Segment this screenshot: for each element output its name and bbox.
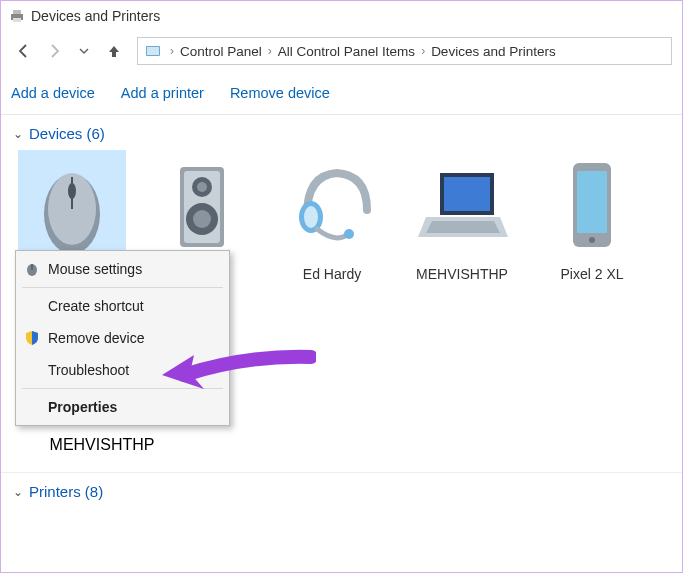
speaker-icon [152, 150, 252, 260]
titlebar: Devices and Printers [1, 1, 682, 31]
menu-create-shortcut[interactable]: Create shortcut [18, 290, 227, 322]
menu-troubleshoot[interactable]: Troubleshoot [18, 354, 227, 386]
device-item-laptop[interactable]: MEHVISHTHP [407, 150, 517, 282]
device-item-headset[interactable]: Ed Hardy [277, 150, 387, 282]
printer-label: MEHVISHTHP [50, 436, 155, 454]
control-panel-icon [144, 42, 162, 60]
chevron-down-icon: ⌄ [13, 485, 23, 499]
shield-icon [24, 330, 40, 346]
nav-row: › Control Panel › All Control Panel Item… [1, 31, 682, 71]
section-label: Devices [29, 125, 82, 142]
headset-icon [282, 150, 382, 260]
section-count: (8) [85, 483, 103, 500]
add-printer-link[interactable]: Add a printer [121, 85, 204, 101]
chevron-right-icon: › [421, 44, 425, 58]
laptop-icon [412, 150, 512, 260]
menu-remove-device[interactable]: Remove device [18, 322, 227, 354]
section-label: Printers [29, 483, 81, 500]
breadcrumb-item[interactable]: Control Panel [180, 44, 262, 59]
svg-point-19 [589, 237, 595, 243]
mouse-icon [24, 261, 40, 277]
devices-section-header[interactable]: ⌄ Devices (6) [1, 115, 682, 150]
device-label: MEHVISHTHP [416, 266, 508, 282]
menu-label: Properties [48, 399, 117, 415]
breadcrumb-item[interactable]: Devices and Printers [431, 44, 556, 59]
breadcrumb[interactable]: › Control Panel › All Control Panel Item… [137, 37, 672, 65]
svg-point-15 [304, 206, 318, 228]
svg-rect-18 [577, 171, 607, 233]
command-bar: Add a device Add a printer Remove device [1, 71, 682, 115]
printer-icon [9, 8, 25, 24]
section-count: (6) [87, 125, 105, 142]
svg-rect-1 [13, 10, 21, 14]
window-title: Devices and Printers [31, 8, 160, 24]
menu-label: Mouse settings [48, 261, 142, 277]
up-button[interactable] [101, 38, 127, 64]
remove-device-link[interactable]: Remove device [230, 85, 330, 101]
menu-label: Remove device [48, 330, 145, 346]
svg-rect-4 [147, 47, 159, 55]
context-menu: Mouse settings Create shortcut Remove de… [15, 250, 230, 426]
svg-point-7 [68, 183, 76, 199]
back-button[interactable] [11, 38, 37, 64]
menu-label: Create shortcut [48, 298, 144, 314]
breadcrumb-item[interactable]: All Control Panel Items [278, 44, 415, 59]
menu-separator [22, 287, 223, 288]
device-label: Pixel 2 XL [560, 266, 623, 282]
chevron-down-icon: ⌄ [13, 127, 23, 141]
device-label: Ed Hardy [303, 266, 361, 282]
chevron-right-icon: › [170, 44, 174, 58]
svg-rect-2 [13, 18, 21, 22]
menu-separator [22, 388, 223, 389]
device-item-phone[interactable]: Pixel 2 XL [537, 150, 647, 282]
svg-point-13 [193, 210, 211, 228]
menu-label: Troubleshoot [48, 362, 129, 378]
svg-point-11 [197, 182, 207, 192]
forward-button[interactable] [41, 38, 67, 64]
chevron-right-icon: › [268, 44, 272, 58]
mouse-icon [22, 154, 122, 264]
menu-properties[interactable]: Properties [18, 391, 227, 423]
add-device-link[interactable]: Add a device [11, 85, 95, 101]
svg-point-16 [344, 229, 354, 239]
phone-icon [542, 150, 642, 260]
printers-section-header[interactable]: ⌄ Printers (8) [1, 473, 682, 508]
recent-dropdown[interactable] [71, 38, 97, 64]
menu-mouse-settings[interactable]: Mouse settings [18, 253, 227, 285]
